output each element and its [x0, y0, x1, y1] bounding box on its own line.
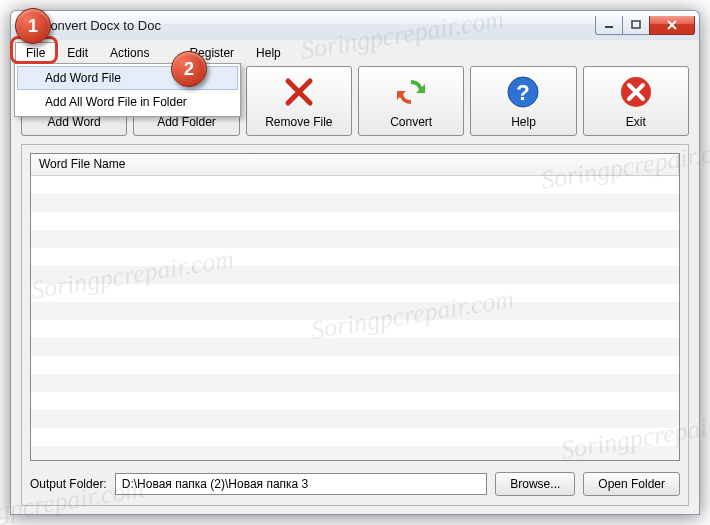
svg-rect-1: [632, 21, 640, 28]
file-list-body[interactable]: [31, 176, 679, 460]
convert-label: Convert: [390, 115, 432, 129]
help-button[interactable]: ? Help: [470, 66, 576, 136]
help-label: Help: [511, 115, 536, 129]
remove-file-label: Remove File: [265, 115, 332, 129]
menu-edit[interactable]: Edit: [56, 42, 99, 62]
output-folder-label: Output Folder:: [30, 477, 107, 491]
menu-file[interactable]: File: [15, 42, 56, 62]
file-list[interactable]: Word File Name: [30, 153, 680, 461]
exit-icon: [618, 74, 654, 110]
file-menu-dropdown: Add Word File Add All Word File in Folde…: [14, 63, 241, 117]
maximize-button[interactable]: [622, 16, 650, 35]
minimize-button[interactable]: [595, 16, 623, 35]
help-icon: ?: [505, 74, 541, 110]
remove-icon: [281, 74, 317, 110]
window-title: Convert Docx to Doc: [41, 18, 595, 33]
menu-bar: File Edit Actions Register Help: [11, 40, 699, 62]
annotation-step-2: 2: [171, 51, 207, 87]
main-panel: Word File Name Output Folder: D:\Новая п…: [21, 144, 689, 506]
exit-label: Exit: [626, 115, 646, 129]
menu-actions[interactable]: Actions: [99, 42, 160, 62]
svg-text:?: ?: [517, 80, 530, 105]
close-button[interactable]: [649, 16, 695, 35]
menu-help[interactable]: Help: [245, 42, 292, 62]
remove-file-button[interactable]: Remove File: [246, 66, 352, 136]
annotation-step-1: 1: [15, 8, 51, 44]
output-folder-field[interactable]: D:\Новая папка (2)\Новая папка 3: [115, 473, 488, 495]
convert-button[interactable]: Convert: [358, 66, 464, 136]
window-controls: [595, 16, 695, 35]
column-header-filename[interactable]: Word File Name: [31, 154, 679, 176]
svg-rect-0: [605, 26, 613, 28]
menuitem-add-all-word-folder[interactable]: Add All Word File in Folder: [17, 90, 238, 114]
output-row: Output Folder: D:\Новая папка (2)\Новая …: [30, 471, 680, 497]
browse-button[interactable]: Browse...: [495, 472, 575, 496]
title-bar: Convert Docx to Doc: [10, 10, 700, 40]
exit-button[interactable]: Exit: [583, 66, 689, 136]
convert-icon: [393, 74, 429, 110]
open-folder-button[interactable]: Open Folder: [583, 472, 680, 496]
